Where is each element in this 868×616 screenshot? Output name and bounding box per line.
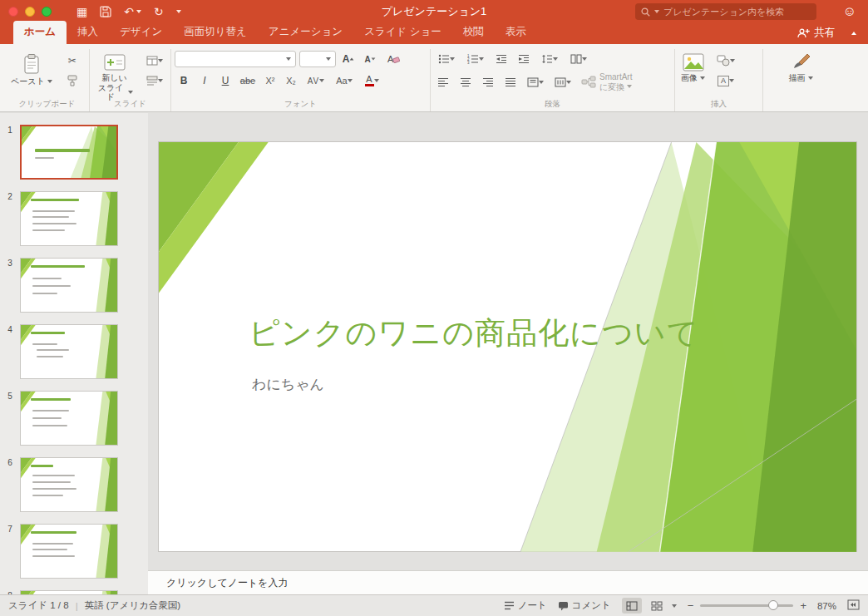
- align-left-button[interactable]: [434, 74, 452, 91]
- character-spacing-button[interactable]: AV: [303, 72, 329, 89]
- slide-thumbnail[interactable]: [20, 191, 118, 246]
- section-button[interactable]: [142, 72, 167, 89]
- add-person-icon: [797, 28, 810, 38]
- increase-indent-button[interactable]: [515, 51, 533, 67]
- insert-picture-button[interactable]: 画像: [678, 51, 708, 86]
- thumbnail-item-7: 7: [0, 524, 148, 579]
- clear-formatting-icon: A: [387, 53, 400, 65]
- draw-button[interactable]: 描画: [767, 51, 835, 86]
- slide-canvas[interactable]: ピンクのワニの商品化について わにちゃん: [158, 141, 857, 552]
- columns-button[interactable]: [566, 51, 591, 67]
- slide-thumbnail[interactable]: [20, 324, 118, 379]
- textbox-icon: A: [718, 76, 729, 86]
- italic-button[interactable]: I: [195, 72, 214, 89]
- minimize-window-button[interactable]: [25, 7, 35, 17]
- slide-thumbnail[interactable]: [20, 125, 118, 180]
- close-window-button[interactable]: [8, 7, 18, 17]
- notes-toggle-button[interactable]: ノート: [504, 599, 547, 612]
- tab-animations[interactable]: アニメーション: [258, 21, 353, 44]
- save-icon[interactable]: [100, 6, 111, 17]
- text-direction-button[interactable]: [551, 74, 575, 91]
- tab-slideshow[interactable]: スライド ショー: [353, 21, 452, 44]
- slide-subtitle-textbox[interactable]: わにちゃん: [252, 375, 324, 394]
- thumbnail-item-2: 2: [0, 191, 148, 246]
- superscript-button[interactable]: X²: [261, 72, 279, 89]
- tab-insert[interactable]: 挿入: [67, 21, 109, 44]
- strikethrough-button[interactable]: abe: [237, 72, 259, 89]
- zoom-slider-knob[interactable]: [768, 600, 778, 610]
- comments-toggle-button[interactable]: コメント: [558, 599, 611, 612]
- search-placeholder: プレゼンテーション内を検索: [663, 6, 784, 18]
- normal-view-button[interactable]: [622, 598, 642, 614]
- panes-icon[interactable]: ▦: [76, 6, 87, 17]
- new-slide-button[interactable]: 新しい スライド: [93, 51, 136, 105]
- underline-button[interactable]: U: [216, 72, 234, 89]
- slide-thumbnail[interactable]: [20, 457, 118, 512]
- clear-formatting-button[interactable]: A: [382, 51, 404, 67]
- slide-title-textbox[interactable]: ピンクのワニの商品化について: [249, 315, 764, 352]
- dropdown-caret-icon: [319, 79, 324, 82]
- redo-icon[interactable]: ↻: [154, 6, 164, 17]
- insert-shape-button[interactable]: [713, 52, 739, 69]
- paste-button[interactable]: ペースト: [8, 51, 55, 89]
- tab-design[interactable]: デザイン: [109, 21, 173, 44]
- decrease-font-size-button[interactable]: A: [361, 51, 379, 67]
- subscript-button[interactable]: X₂: [282, 72, 300, 89]
- feedback-smiley-icon[interactable]: ☺: [843, 4, 856, 19]
- font-name-select[interactable]: [175, 51, 296, 67]
- tab-view[interactable]: 表示: [495, 21, 537, 44]
- slide-thumbnail[interactable]: [20, 391, 118, 446]
- undo-icon[interactable]: ↶: [124, 6, 141, 17]
- dropdown-caret-icon: [450, 57, 455, 61]
- change-case-button[interactable]: Aa: [332, 72, 357, 89]
- font-color-button[interactable]: A: [359, 72, 384, 89]
- group-label-font: フォント: [171, 99, 430, 110]
- format-painter-button[interactable]: [63, 72, 81, 89]
- zoom-slider[interactable]: [700, 604, 793, 607]
- collapse-ribbon-button[interactable]: [851, 23, 856, 38]
- indent-icon: [518, 54, 530, 64]
- tab-review[interactable]: 校閲: [452, 21, 495, 44]
- thumbnail-item-3: 3: [0, 258, 148, 313]
- insert-textbox-button[interactable]: A: [713, 72, 739, 89]
- bold-button[interactable]: B: [175, 72, 193, 89]
- thumbnail-title-line: [31, 265, 85, 268]
- thumbnail-subtitle-line: [35, 157, 54, 159]
- zoom-out-button[interactable]: −: [688, 599, 694, 612]
- dropdown-caret-icon: [582, 57, 587, 61]
- convert-to-smartart-button[interactable]: SmartArt に変換: [579, 72, 634, 91]
- notes-pane[interactable]: クリックしてノートを入力: [148, 570, 868, 594]
- search-input[interactable]: プレゼンテーション内を検索: [635, 3, 816, 20]
- share-button[interactable]: 共有: [797, 26, 835, 40]
- align-text-vertical-button[interactable]: [524, 74, 547, 91]
- tab-home[interactable]: ホーム: [13, 21, 67, 44]
- bullets-button[interactable]: [434, 51, 459, 67]
- justify-button[interactable]: [501, 74, 520, 91]
- paintbrush-icon: [791, 53, 811, 71]
- align-right-button[interactable]: [479, 74, 497, 91]
- tab-transitions[interactable]: 画面切り替え: [173, 21, 258, 44]
- cut-button[interactable]: ✂: [63, 52, 81, 69]
- increase-font-size-button[interactable]: A: [339, 51, 358, 67]
- quick-access-caret-icon[interactable]: [176, 10, 181, 13]
- line-spacing-button[interactable]: [537, 51, 562, 67]
- language-indicator[interactable]: 英語 (アメリカ合衆国): [85, 599, 180, 612]
- comments-toggle-label: コメント: [572, 599, 611, 612]
- zoom-window-button[interactable]: [42, 7, 52, 17]
- zoom-in-button[interactable]: +: [800, 599, 806, 612]
- slide-sorter-view-button[interactable]: [647, 598, 667, 614]
- slide-thumbnail[interactable]: [20, 258, 118, 313]
- slide-layout-button[interactable]: [142, 52, 167, 69]
- dropdown-caret-icon: [326, 57, 331, 61]
- fit-slide-to-window-button[interactable]: [847, 599, 860, 612]
- align-center-button[interactable]: [456, 74, 475, 91]
- numbering-button[interactable]: 123: [463, 51, 488, 67]
- dropdown-caret-icon: [808, 76, 813, 80]
- picture-label: 画像: [681, 73, 698, 83]
- dropdown-caret-icon: [348, 79, 353, 82]
- slide-thumbnail[interactable]: [20, 524, 118, 579]
- slide-editor-area[interactable]: ピンクのワニの商品化について わにちゃん クリックしてノートを入力: [148, 113, 868, 594]
- view-menu-caret-icon[interactable]: [672, 604, 677, 608]
- decrease-indent-button[interactable]: [492, 51, 510, 67]
- font-size-select[interactable]: [299, 51, 336, 67]
